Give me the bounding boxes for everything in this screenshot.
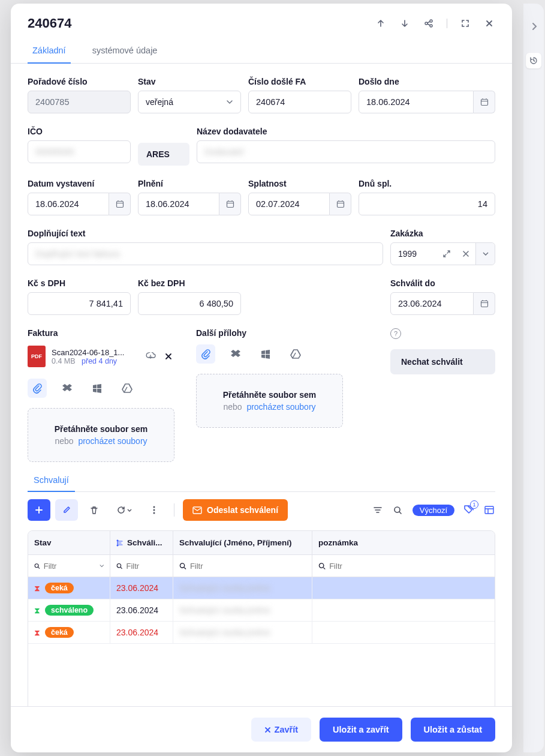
save-close-button[interactable]: Uložit a zavřít xyxy=(320,718,402,742)
cell-note xyxy=(312,599,495,621)
arrow-down-icon[interactable] xyxy=(399,17,411,29)
calendar-icon[interactable] xyxy=(474,292,495,315)
input-supplier[interactable]: Dodavatel xyxy=(197,140,495,163)
label-issued: Datum vystavení xyxy=(28,179,131,188)
dropdown-order-icon[interactable] xyxy=(475,243,495,265)
label-due: Splatnost xyxy=(248,179,351,188)
gdrive-icon[interactable] xyxy=(286,344,305,364)
help-icon[interactable]: ? xyxy=(390,328,401,339)
input-invoice-no[interactable]: 240674 xyxy=(248,91,351,113)
save-stay-button[interactable]: Uložit a zůstat xyxy=(411,718,495,742)
label-with-vat: Kč s DPH xyxy=(28,278,131,288)
refresh-button[interactable] xyxy=(110,499,138,521)
filter-state[interactable] xyxy=(28,555,110,577)
col-state[interactable]: Stav xyxy=(28,531,110,554)
cell-date: 23.06.2024 xyxy=(110,577,173,599)
cell-approver: Schvalující osoba jméno xyxy=(173,577,312,599)
tab-basic[interactable]: Základní xyxy=(28,46,71,64)
input-note[interactable]: Doplňující text faktura xyxy=(28,242,383,265)
hourglass-icon: ⧗ xyxy=(34,628,40,638)
gdrive-icon[interactable] xyxy=(118,379,137,398)
download-icon[interactable] xyxy=(144,350,156,362)
search-icon[interactable] xyxy=(392,504,404,516)
modal-header: 240674 xyxy=(11,4,512,37)
input-no-vat[interactable]: 6 480,50 xyxy=(138,292,241,315)
close-button[interactable]: Zavřít xyxy=(251,718,312,742)
send-approval-label: Odeslat schválení xyxy=(207,505,278,515)
arrow-up-icon[interactable] xyxy=(375,17,387,29)
col-note[interactable]: poznámka xyxy=(312,531,495,554)
calendar-icon[interactable] xyxy=(109,193,131,215)
calendar-icon[interactable] xyxy=(330,193,351,215)
clear-order-icon[interactable] xyxy=(456,243,475,265)
delete-button[interactable] xyxy=(83,499,106,521)
more-button[interactable] xyxy=(143,499,165,521)
remove-file-icon[interactable] xyxy=(162,350,174,362)
label-ico: IČO xyxy=(28,127,131,136)
approvers-toolbar: Odeslat schválení Výchozí 1 xyxy=(28,492,495,528)
drop-browse-link[interactable]: procházet soubory xyxy=(78,436,147,446)
modal: 240674 Základní systémové údaje Pořadové… xyxy=(11,4,512,752)
share-icon[interactable] xyxy=(423,17,435,29)
dropbox-icon[interactable] xyxy=(58,379,77,398)
input-ico[interactable]: 00000000 xyxy=(28,140,131,163)
calendar-icon[interactable] xyxy=(474,91,495,113)
tab-approvers[interactable]: Schvalují xyxy=(28,475,75,492)
pdf-icon: PDF xyxy=(28,346,46,367)
filter-date[interactable] xyxy=(110,555,173,577)
chevron-down-icon xyxy=(226,100,233,104)
label-days-due: Dnů spl. xyxy=(359,179,495,188)
input-order[interactable]: 1999 xyxy=(390,242,495,265)
chevron-right-icon[interactable] xyxy=(528,20,540,32)
status-pill: čeká xyxy=(45,583,74,593)
calendar-icon[interactable] xyxy=(219,193,241,215)
filter-icon[interactable] xyxy=(372,504,384,516)
input-approve-by[interactable]: 23.06.2024 xyxy=(390,292,474,315)
windows-icon[interactable] xyxy=(88,379,107,398)
approvers-table: Stav Schváli... Schvalující (Jméno, Příj… xyxy=(28,530,495,706)
input-fulfillment[interactable]: 18.06.2024 xyxy=(138,193,219,215)
input-issued[interactable]: 18.06.2024 xyxy=(28,193,109,215)
attach-drop-zone[interactable]: Přetáhněte soubor sem nebo procházet sou… xyxy=(196,374,343,428)
svg-rect-4 xyxy=(116,202,123,208)
select-state[interactable]: veřejná xyxy=(138,91,241,113)
layout-icon[interactable] xyxy=(483,504,495,516)
close-icon[interactable] xyxy=(483,17,495,29)
filter-note[interactable] xyxy=(312,555,495,577)
attach-clip-icon[interactable] xyxy=(28,379,47,398)
svg-rect-3 xyxy=(481,100,487,106)
send-approval-button[interactable]: Odeslat schválení xyxy=(183,499,288,521)
label-invoice-no: Číslo došlé FA xyxy=(248,77,351,86)
approve-button[interactable]: Nechat schválit xyxy=(390,349,495,374)
svg-point-17 xyxy=(319,563,323,567)
attach-clip-icon[interactable] xyxy=(196,344,215,364)
history-icon[interactable] xyxy=(526,53,541,68)
col-approve-by[interactable]: Schváli... xyxy=(110,531,173,554)
input-with-vat[interactable]: 7 841,41 xyxy=(28,292,131,315)
input-received[interactable]: 18.06.2024 xyxy=(359,91,474,113)
table-row[interactable]: ⧗čeká23.06.2024Schvalující osoba jméno xyxy=(28,577,495,599)
file-name: Scan2024-06-18_1... xyxy=(52,348,138,357)
table-row[interactable]: ⧗čeká23.06.2024Schvalující osoba jméno xyxy=(28,622,495,644)
table-header: Stav Schváli... Schvalující (Jméno, Příj… xyxy=(28,531,495,555)
filter-approver[interactable] xyxy=(173,555,312,577)
col-approver[interactable]: Schvalující (Jméno, Příjmení) xyxy=(173,531,312,554)
add-button[interactable] xyxy=(28,499,50,521)
drop-browse-link[interactable]: procházet soubory xyxy=(246,402,315,412)
invoice-section-label: Faktura xyxy=(28,328,174,338)
svg-rect-13 xyxy=(485,506,493,514)
input-due[interactable]: 02.07.2024 xyxy=(248,193,330,215)
dropbox-icon[interactable] xyxy=(226,344,245,364)
ares-button[interactable]: ARES xyxy=(138,143,189,166)
input-days-due[interactable]: 14 xyxy=(359,193,495,215)
table-row[interactable]: ⧗schváleno23.06.2024Schvalující osoba jm… xyxy=(28,599,495,622)
expand-order-icon[interactable] xyxy=(437,243,456,265)
tags-button[interactable]: 1 xyxy=(463,504,475,516)
edit-button[interactable] xyxy=(55,499,78,521)
svg-point-10 xyxy=(153,512,155,514)
expand-icon[interactable] xyxy=(459,17,471,29)
view-badge[interactable]: Výchozí xyxy=(412,505,454,516)
invoice-drop-zone[interactable]: Přetáhněte soubor sem nebo procházet sou… xyxy=(28,408,174,462)
windows-icon[interactable] xyxy=(256,344,275,364)
tab-system[interactable]: systémové údaje xyxy=(88,46,162,64)
